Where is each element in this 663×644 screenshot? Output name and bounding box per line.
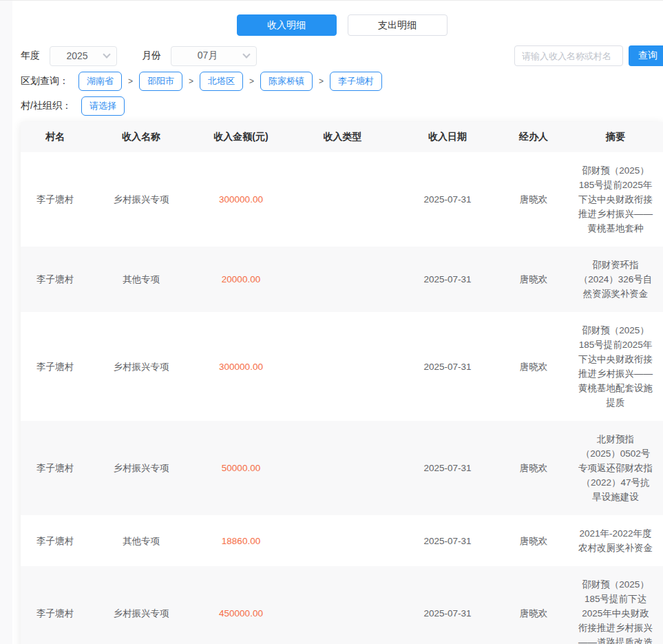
col-income-name: 收入名称 — [90, 122, 193, 152]
cell-village: 李子塘村 — [21, 247, 90, 312]
cell-income-name: 乡村振兴专项 — [90, 312, 193, 421]
region-breadcrumb: 区划查询： 湖南省>邵阳市>北塔区>陈家桥镇>李子塘村 — [21, 72, 663, 91]
cell-amount: 300000.00 — [193, 312, 289, 421]
cell-summary: 邵财资环指（2024）326号自然资源奖补资金 — [568, 247, 663, 312]
table-header-row: 村名 收入名称 收入金额(元) 收入类型 收入日期 经办人 摘要 — [21, 122, 663, 152]
search-input[interactable] — [514, 45, 623, 66]
cell-income-type — [289, 421, 396, 515]
region-button-3[interactable]: 陈家桥镇 — [260, 72, 313, 91]
cell-amount: 450000.00 — [193, 566, 289, 644]
breadcrumb-separator: > — [189, 76, 193, 86]
org-select-button[interactable]: 请选择 — [81, 96, 125, 116]
cell-village: 李子塘村 — [21, 312, 90, 421]
cell-income-name: 乡村振兴专项 — [90, 421, 193, 515]
cell-income-date: 2025-07-31 — [396, 247, 499, 312]
col-village: 村名 — [21, 122, 90, 152]
cell-village: 李子塘村 — [21, 515, 90, 566]
year-label: 年度 — [21, 50, 40, 62]
breadcrumb-separator: > — [319, 76, 324, 86]
cell-income-date: 2025-07-31 — [396, 515, 499, 566]
cell-village: 李子塘村 — [21, 421, 90, 515]
cell-income-date: 2025-07-31 — [396, 566, 499, 644]
cell-income-name: 乡村振兴专项 — [90, 152, 193, 247]
breadcrumb-separator: > — [249, 76, 254, 86]
cell-income-type — [289, 312, 396, 421]
cell-income-name: 乡村振兴专项 — [90, 566, 193, 644]
cell-operator: 唐晓欢 — [499, 421, 568, 515]
chevron-down-icon — [103, 50, 110, 58]
cell-income-name: 其他专项 — [90, 515, 193, 566]
cell-operator: 唐晓欢 — [499, 312, 568, 421]
query-button[interactable]: 查询 — [629, 45, 663, 66]
tab-expense-detail[interactable]: 支出明细 — [348, 14, 448, 36]
cell-income-name: 其他专项 — [90, 247, 193, 312]
cell-income-date: 2025-07-31 — [396, 152, 499, 247]
col-amount: 收入金额(元) — [193, 122, 289, 152]
table-row: 李子塘村乡村振兴专项450000.002025-07-31唐晓欢邵财预（2025… — [21, 566, 663, 644]
cell-summary: 邵财预（2025）185号提前2025年下达中央财政衔接推进乡村振兴——黄桃基地… — [568, 152, 663, 247]
cell-income-date: 2025-07-31 — [396, 312, 499, 421]
income-table-container: 村名 收入名称 收入金额(元) 收入类型 收入日期 经办人 摘要 李子塘村乡村振… — [21, 122, 663, 644]
table-row: 李子塘村乡村振兴专项300000.002025-07-31唐晓欢邵财预（2025… — [21, 152, 663, 247]
cell-income-type — [289, 247, 396, 312]
year-select[interactable]: 2025 — [50, 46, 117, 66]
cell-amount: 50000.00 — [193, 421, 289, 515]
table-row: 李子塘村乡村振兴专项50000.002025-07-31唐晓欢北财预指（2025… — [21, 421, 663, 515]
detail-tabs: 收入明细 支出明细 — [21, 1, 663, 39]
table-row: 李子塘村乡村振兴专项300000.002025-07-31唐晓欢邵财预（2025… — [21, 312, 663, 421]
tab-income-detail[interactable]: 收入明细 — [237, 14, 337, 36]
cell-income-type — [289, 515, 396, 566]
cell-summary: 邵财预（2025）185号提前2025年下达中央财政衔接推进乡村振兴——黄桃基地… — [568, 312, 663, 421]
chevron-down-icon — [242, 50, 250, 58]
cell-amount: 300000.00 — [193, 152, 289, 247]
cell-income-date: 2025-07-31 — [396, 421, 499, 515]
cell-income-type — [289, 566, 396, 644]
cell-village: 李子塘村 — [21, 566, 90, 644]
filter-row-selects: 年度 2025 月份 07月 查询 — [21, 45, 663, 66]
region-button-4[interactable]: 李子塘村 — [330, 72, 382, 91]
left-gutter — [0, 1, 12, 644]
col-summary: 摘要 — [568, 122, 663, 152]
cell-village: 李子塘村 — [21, 152, 90, 247]
region-button-2[interactable]: 北塔区 — [200, 72, 243, 91]
region-button-1[interactable]: 邵阳市 — [139, 72, 182, 91]
col-income-type: 收入类型 — [289, 122, 396, 152]
income-expense-page: 收入明细 支出明细 年度 2025 月份 07月 查询 区划查询： 湖南省>邵阳… — [21, 1, 663, 644]
cell-summary: 2021年-2022年度农村改厕奖补资金 — [568, 515, 663, 566]
org-row: 村/社组织： 请选择 — [21, 96, 663, 116]
cell-amount: 18860.00 — [193, 515, 289, 566]
cell-summary: 北财预指（2025）0502号专项返还邵财农指（2022）47号抗旱设施建设 — [568, 421, 663, 515]
region-button-0[interactable]: 湖南省 — [78, 72, 122, 91]
table-row: 李子塘村其他专项20000.002025-07-31唐晓欢邵财资环指（2024）… — [21, 247, 663, 312]
cell-amount: 20000.00 — [193, 247, 289, 312]
income-table: 村名 收入名称 收入金额(元) 收入类型 收入日期 经办人 摘要 李子塘村乡村振… — [21, 122, 663, 644]
year-value: 2025 — [66, 50, 87, 61]
region-label: 区划查询： — [21, 75, 69, 87]
col-income-date: 收入日期 — [396, 122, 499, 152]
cell-operator: 唐晓欢 — [499, 247, 568, 312]
month-label: 月份 — [142, 50, 161, 62]
table-row: 李子塘村其他专项18860.002025-07-31唐晓欢2021年-2022年… — [21, 515, 663, 566]
cell-operator: 唐晓欢 — [499, 566, 568, 644]
cell-summary: 邵财预（2025）185号提前下达2025年中央财政衔接推进乡村振兴——道路提质… — [568, 566, 663, 644]
month-value: 07月 — [198, 50, 218, 62]
cell-operator: 唐晓欢 — [499, 515, 568, 566]
cell-operator: 唐晓欢 — [499, 152, 568, 247]
col-operator: 经办人 — [499, 122, 568, 152]
breadcrumb-separator: > — [128, 76, 133, 86]
cell-income-type — [289, 152, 396, 247]
month-select[interactable]: 07月 — [171, 46, 257, 66]
org-label: 村/社组织： — [21, 100, 72, 112]
